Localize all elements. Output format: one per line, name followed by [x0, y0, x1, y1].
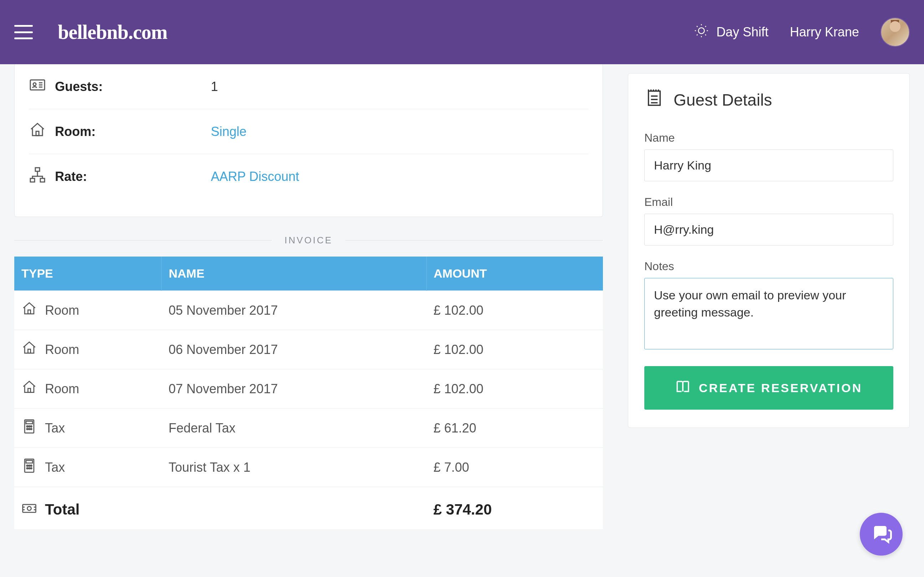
invoice-table: TYPE NAME AMOUNT Room05 November 2017£ 1…: [14, 256, 603, 529]
table-row: TaxTourist Tax x 1£ 7.00: [14, 448, 603, 487]
create-reservation-button[interactable]: CREATE RESERVATION: [644, 366, 893, 409]
menu-button[interactable]: [14, 25, 33, 39]
rate-link[interactable]: AARP Discount: [211, 169, 299, 184]
svg-rect-30: [26, 460, 32, 463]
create-reservation-label: CREATE RESERVATION: [699, 381, 863, 395]
shift-selector[interactable]: Day Shift: [694, 24, 768, 41]
col-type: TYPE: [14, 256, 162, 291]
svg-line-7: [697, 34, 697, 35]
name-label: Name: [644, 131, 893, 145]
app-header: bellebnb.com Day Shift Harry Krane: [0, 0, 924, 64]
calculator-icon: [21, 458, 37, 477]
table-row: Room06 November 2017£ 102.00: [14, 330, 603, 369]
svg-point-27: [29, 429, 30, 430]
home-icon: [21, 340, 37, 359]
home-icon: [21, 301, 37, 320]
invoice-divider: INVOICE: [14, 235, 603, 246]
sun-icon: [694, 24, 708, 41]
brand-logo[interactable]: bellebnb.com: [58, 21, 167, 44]
svg-point-33: [31, 465, 32, 466]
svg-point-38: [27, 506, 31, 510]
total-row: Total£ 374.20: [14, 487, 603, 530]
svg-point-32: [29, 465, 30, 466]
rate-row: Rate: AARP Discount: [29, 154, 588, 199]
col-name: NAME: [162, 256, 427, 291]
svg-point-26: [27, 429, 28, 430]
svg-point-23: [27, 426, 28, 427]
avatar[interactable]: [881, 18, 910, 47]
email-field: Email: [644, 195, 893, 245]
svg-point-28: [31, 429, 32, 430]
guests-value: 1: [211, 79, 218, 94]
email-input[interactable]: [644, 214, 893, 245]
svg-rect-20: [28, 388, 30, 393]
table-row: Room05 November 2017£ 102.00: [14, 291, 603, 330]
user-name[interactable]: Harry Krane: [790, 25, 859, 40]
svg-line-4: [705, 34, 706, 35]
notes-label: Notes: [644, 260, 893, 273]
svg-point-36: [31, 468, 32, 469]
svg-point-24: [29, 426, 30, 427]
guests-row: Guests: 1: [29, 64, 588, 109]
notepad-icon: [644, 88, 664, 112]
chat-icon: [871, 522, 892, 546]
col-amount: AMOUNT: [426, 256, 603, 291]
book-icon: [675, 379, 690, 397]
svg-point-34: [27, 468, 28, 469]
svg-point-31: [27, 465, 28, 466]
calculator-icon: [21, 419, 37, 437]
chat-fab[interactable]: [860, 513, 903, 556]
panel-title: Guest Details: [644, 88, 893, 112]
svg-point-0: [699, 27, 705, 34]
shift-label: Day Shift: [716, 25, 768, 40]
svg-point-10: [33, 83, 36, 85]
svg-rect-16: [30, 179, 35, 182]
svg-rect-14: [36, 131, 39, 135]
svg-rect-19: [28, 349, 30, 353]
svg-point-35: [29, 468, 30, 469]
svg-rect-17: [40, 179, 45, 182]
id-card-icon: [29, 76, 46, 97]
notes-field: Notes Use your own email to preview your…: [644, 260, 893, 352]
home-icon: [29, 121, 46, 142]
notes-input[interactable]: Use your own email to preview your greet…: [644, 278, 893, 349]
svg-rect-18: [28, 310, 30, 314]
svg-point-25: [31, 426, 32, 427]
svg-line-8: [705, 26, 706, 27]
home-icon: [21, 379, 37, 398]
svg-rect-22: [26, 421, 32, 424]
sitemap-icon: [29, 166, 46, 187]
room-row: Room: Single: [29, 109, 588, 154]
room-link[interactable]: Single: [211, 124, 246, 139]
table-row: Room07 November 2017£ 102.00: [14, 369, 603, 409]
svg-rect-15: [35, 168, 40, 171]
name-input[interactable]: [644, 150, 893, 181]
email-label: Email: [644, 195, 893, 209]
cash-icon: [21, 500, 37, 519]
table-row: TaxFederal Tax£ 61.20: [14, 409, 603, 448]
booking-card: Guests: 1 Room: Single Rate:: [14, 64, 603, 217]
svg-line-3: [697, 26, 697, 27]
name-field: Name: [644, 131, 893, 181]
svg-rect-37: [23, 504, 36, 513]
guest-details-panel: Guest Details Name Email Notes Use your …: [628, 73, 910, 428]
